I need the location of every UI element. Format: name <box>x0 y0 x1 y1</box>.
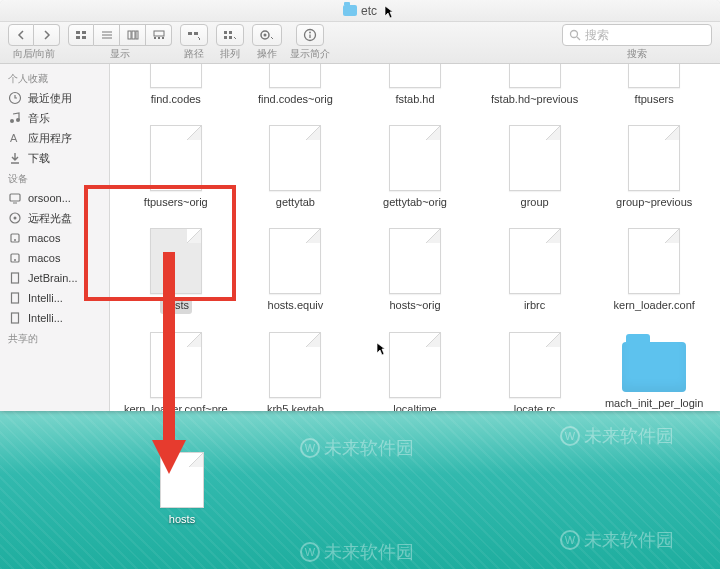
search-input[interactable]: 搜索 <box>562 24 712 46</box>
file-label: gettytab~orig <box>380 195 450 210</box>
view-gallery-button[interactable] <box>146 24 172 46</box>
file-icon <box>509 64 561 88</box>
file-item[interactable]: ftpusers~orig <box>116 125 236 210</box>
file-item[interactable]: localtime <box>355 332 475 411</box>
titlebar[interactable]: etc <box>0 0 720 22</box>
sidebar-item-orsoon...[interactable]: orsoon... <box>0 188 109 208</box>
nav-label: 向后/向前 <box>13 47 56 61</box>
svg-rect-19 <box>229 36 232 39</box>
disc-icon <box>8 211 22 225</box>
file-item[interactable]: krb5.keytab <box>236 332 356 411</box>
doc-icon <box>8 291 22 305</box>
file-label: group~previous <box>613 195 695 210</box>
file-item[interactable]: mach_init_per_login_session.d <box>594 332 714 411</box>
file-label: ftpusers~orig <box>141 195 211 210</box>
file-item[interactable]: kern_loader.conf~previous <box>116 332 236 411</box>
file-item[interactable]: fstab.hd <box>355 64 475 107</box>
sidebar-item-macos[interactable]: macos <box>0 248 109 268</box>
svg-rect-14 <box>188 32 192 35</box>
svg-point-23 <box>309 32 311 34</box>
apps-icon: A <box>8 131 22 145</box>
sidebar-item-macos[interactable]: macos <box>0 228 109 248</box>
file-item[interactable]: group <box>475 125 595 210</box>
sidebar-item-Intelli... [interactable]: Intelli... <box>0 288 109 308</box>
file-item[interactable]: hosts.equiv <box>236 228 356 313</box>
sidebar-item-label: 下载 <box>28 151 50 166</box>
sidebar-item-label: 应用程序 <box>28 131 72 146</box>
file-icon <box>389 64 441 88</box>
sidebar-item-下载[interactable]: 下载 <box>0 148 109 168</box>
file-label: find.codes <box>148 92 204 107</box>
desktop-file-hosts[interactable]: hosts <box>142 452 222 527</box>
file-label: find.codes~orig <box>255 92 336 107</box>
file-label: localtime <box>390 402 439 411</box>
svg-rect-18 <box>224 36 227 39</box>
nav-back-button[interactable] <box>8 24 34 46</box>
sidebar-item-label: 远程光盘 <box>28 211 72 226</box>
file-label: krb5.keytab <box>264 402 327 411</box>
sidebar-item-JetBrain...[interactable]: JetBrain... <box>0 268 109 288</box>
file-label: mach_init_per_login_session.d <box>599 396 709 411</box>
file-icon <box>509 125 561 191</box>
sidebar-item-label: macos <box>28 252 60 264</box>
svg-rect-42 <box>12 313 19 323</box>
info-button[interactable] <box>296 24 324 46</box>
file-icon <box>269 332 321 398</box>
file-icon <box>150 64 202 88</box>
file-icon <box>160 452 204 508</box>
file-item[interactable]: gettytab <box>236 125 356 210</box>
view-list-button[interactable] <box>94 24 120 46</box>
path-label: 路径 <box>184 47 204 61</box>
watermark: W未来软件园 <box>300 436 414 460</box>
sidebar-item-label: Intelli... <box>28 312 63 324</box>
view-columns-button[interactable] <box>120 24 146 46</box>
file-item[interactable]: kern_loader.conf <box>594 228 714 313</box>
file-icon <box>269 228 321 294</box>
nav-forward-button[interactable] <box>34 24 60 46</box>
file-label: ftpusers <box>632 92 677 107</box>
watermark: W未来软件园 <box>560 424 674 448</box>
disk-icon <box>8 231 22 245</box>
svg-point-25 <box>571 31 578 38</box>
svg-rect-10 <box>154 31 164 36</box>
doc-icon <box>8 271 22 285</box>
sidebar-item-最近使用[interactable]: 最近使用 <box>0 88 109 108</box>
sidebar-item-应用程序[interactable]: A应用程序 <box>0 128 109 148</box>
file-item[interactable]: find.codes~orig <box>236 64 356 107</box>
file-label: gettytab <box>273 195 318 210</box>
sidebar-item-Intelli...[interactable]: Intelli... <box>0 308 109 328</box>
file-item[interactable]: gettytab~orig <box>355 125 475 210</box>
svg-rect-41 <box>12 293 19 303</box>
sidebar-item-远程光盘[interactable]: 远程光盘 <box>0 208 109 228</box>
file-icon <box>389 125 441 191</box>
sidebar-item-音乐[interactable]: 音乐 <box>0 108 109 128</box>
file-label: hosts.equiv <box>265 298 327 313</box>
sidebar-item-label: 音乐 <box>28 111 50 126</box>
file-item[interactable]: hosts~orig <box>355 228 475 313</box>
file-item[interactable]: locate.rc <box>475 332 595 411</box>
sidebar-devices-header: 设备 <box>0 168 109 188</box>
sidebar-shared-header: 共享的 <box>0 328 109 348</box>
svg-rect-17 <box>229 31 232 34</box>
info-label: 显示简介 <box>290 47 330 61</box>
svg-rect-40 <box>12 273 19 283</box>
file-item[interactable]: group~previous <box>594 125 714 210</box>
arrange-button[interactable] <box>216 24 244 46</box>
file-item[interactable]: irbrc <box>475 228 595 313</box>
file-item[interactable]: ftpusers <box>594 64 714 107</box>
path-button[interactable] <box>180 24 208 46</box>
file-content-area[interactable]: find.codesfind.codes~origfstab.hdfstab.h… <box>110 64 720 411</box>
file-item[interactable]: fstab.hd~previous <box>475 64 595 107</box>
clock-icon <box>8 91 22 105</box>
file-label: locate.rc <box>511 402 559 411</box>
file-label: hosts <box>166 512 198 527</box>
svg-text:A: A <box>10 132 18 144</box>
svg-point-39 <box>14 259 16 261</box>
file-label: group <box>518 195 552 210</box>
watermark: W未来软件园 <box>560 528 674 552</box>
file-item[interactable]: hosts <box>116 228 236 313</box>
file-label: kern_loader.conf~previous <box>121 402 231 411</box>
view-icons-button[interactable] <box>68 24 94 46</box>
file-item[interactable]: find.codes <box>116 64 236 107</box>
action-button[interactable] <box>252 24 282 46</box>
